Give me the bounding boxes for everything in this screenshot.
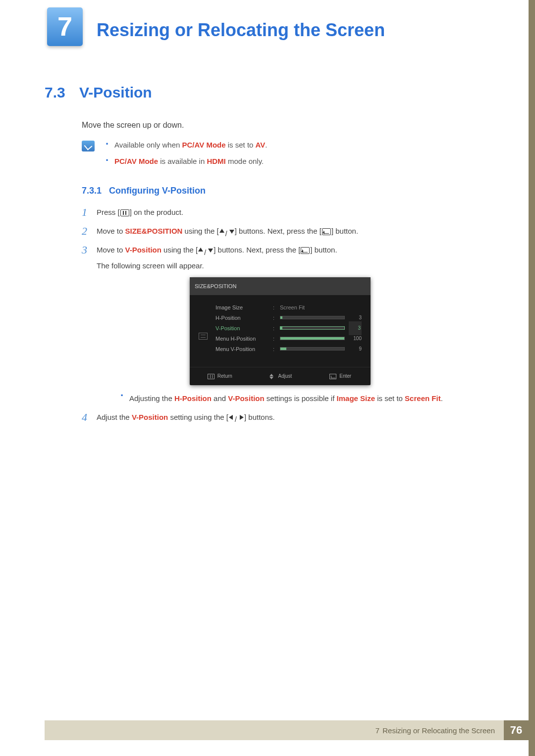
text: Move to (97, 246, 125, 254)
text: settings is possible if (265, 394, 337, 403)
section-heading: 7.3V-Position (45, 84, 485, 101)
section-intro: Move the screen up or down. (82, 121, 485, 130)
text: ] buttons. (244, 413, 275, 421)
text: H-Position (174, 394, 212, 403)
osd-foot-label: Enter (339, 370, 351, 383)
enter-button-icon (322, 228, 331, 235)
text: . (265, 141, 267, 149)
osd-row: Menu V-Position : 9 (215, 344, 362, 354)
enter-button-icon (301, 247, 310, 254)
section-title: V-Position (79, 84, 152, 101)
steps-list: 1 Press [] on the product. 2 Move to SIZ… (82, 206, 485, 424)
adjust-icon (268, 374, 275, 379)
osd-slider (280, 337, 345, 340)
section-number: 7.3 (45, 84, 79, 101)
step: 3 Move to V-Position using the [/] butto… (82, 244, 485, 405)
text: Move to (97, 227, 125, 235)
text: Screen Fit (405, 394, 441, 403)
text: is set to (226, 141, 256, 149)
text: . (441, 394, 443, 403)
footer-chapter-title: Resizing or Relocating the Screen (382, 726, 495, 735)
content: 7.3V-Position Move the screen up or down… (0, 64, 535, 424)
step: 2 Move to SIZE&POSITION using the [/] bu… (82, 225, 485, 238)
note-item: PC/AV Mode is available in HDMI mode onl… (106, 157, 485, 165)
text: HDMI (207, 157, 225, 165)
text: Adjust the (97, 413, 132, 421)
side-stripe (529, 0, 535, 756)
text: PC/AV Mode (182, 141, 225, 149)
text: The following screen will appear. (97, 259, 485, 272)
step-number: 4 (82, 411, 97, 424)
note-block: Available only when PC/AV Mode is set to… (82, 141, 485, 173)
text: Image Size (337, 394, 375, 403)
step-note: Adjusting the H-Position and V-Position … (120, 392, 485, 405)
chapter-title: Resizing or Relocating the Screen (97, 20, 385, 41)
footer-chapter-number: 7 (375, 726, 379, 735)
page-header: 7 Resizing or Relocating the Screen (0, 0, 535, 64)
step-number: 3 (82, 244, 97, 405)
step: 4 Adjust the V-Position setting using th… (82, 411, 485, 424)
up-down-icon: / (219, 228, 234, 235)
osd-footer: Return Adjust Enter (190, 367, 371, 385)
osd-slider (280, 326, 345, 330)
text: Press [ (97, 208, 120, 216)
text: ] buttons. Next, press the [ (214, 246, 300, 254)
text: SIZE&POSITION (125, 227, 183, 235)
subsection-title: Configuring V-Position (109, 186, 206, 196)
note-item: Available only when PC/AV Mode is set to… (106, 141, 485, 149)
osd-foot-label: Adjust (278, 370, 292, 383)
text: is available in (158, 157, 207, 165)
text: ] button. (331, 227, 358, 235)
return-icon (208, 374, 214, 379)
footer-page-number: 76 (504, 720, 529, 740)
up-down-icon: / (198, 247, 213, 253)
text: V-Position (125, 246, 161, 254)
text: mode only. (226, 157, 264, 165)
enter-icon (329, 374, 336, 379)
text: V-Position (228, 394, 264, 403)
text: V-Position (132, 413, 168, 421)
text: using the [ (161, 246, 198, 254)
osd-category-icon (199, 333, 208, 340)
text: PC/AV Mode (114, 157, 158, 165)
page-footer: 7 Resizing or Relocating the Screen 76 (0, 720, 535, 740)
step-number: 1 (82, 206, 97, 219)
text: is set to (375, 394, 405, 403)
osd-panel: SIZE&POSITION Image Size : Screen Fit H-… (190, 277, 371, 385)
text: setting using the [ (168, 413, 228, 421)
osd-foot-label: Return (217, 370, 232, 383)
osd-slider (280, 316, 345, 319)
note-icon (82, 141, 95, 151)
text: ] button. (310, 246, 337, 254)
osd-label: Menu V-Position (215, 343, 269, 355)
text: using the [ (182, 227, 218, 235)
osd-slider (280, 347, 345, 351)
text: AV (256, 141, 266, 149)
osd-value: 9 (349, 343, 362, 355)
text: Available only when (114, 141, 182, 149)
text: and (212, 394, 228, 403)
menu-button-icon (120, 209, 129, 216)
step: 1 Press [] on the product. (82, 206, 485, 219)
left-right-icon: / (229, 414, 244, 421)
subsection-heading: 7.3.1Configuring V-Position (82, 186, 485, 196)
text: ] on the product. (130, 208, 183, 216)
chapter-number-badge: 7 (47, 7, 83, 46)
osd-value: Screen Fit (280, 301, 305, 314)
osd-title: SIZE&POSITION (190, 277, 371, 295)
subsection-number: 7.3.1 (82, 186, 109, 196)
text: Adjusting the (129, 394, 174, 403)
step-number: 2 (82, 225, 97, 238)
text: ] buttons. Next, press the [ (235, 227, 321, 235)
